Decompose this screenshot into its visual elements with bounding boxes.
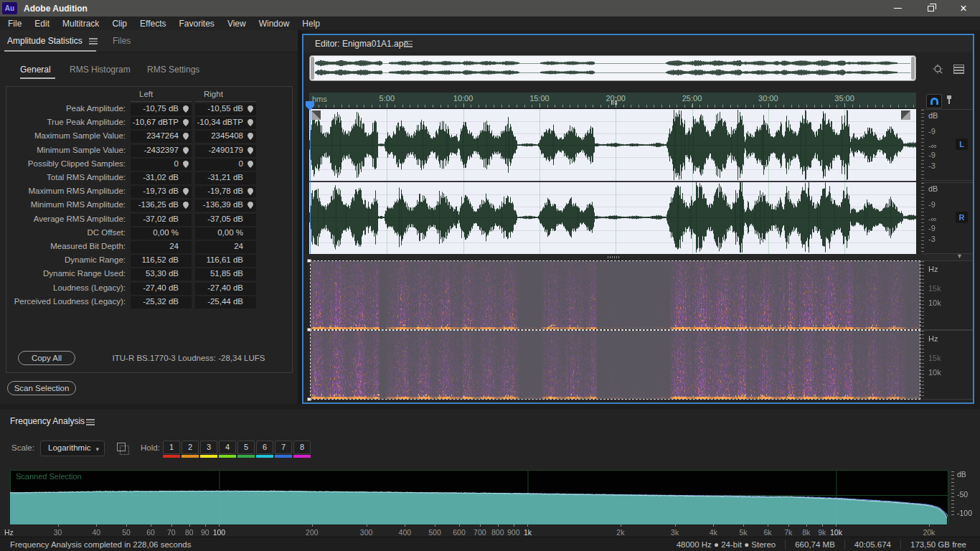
- restore-button[interactable]: [914, 0, 947, 17]
- frequency-panel-title[interactable]: Frequency Analysis: [10, 416, 85, 426]
- itu-loudness-value: ITU-R BS.1770-3 Loudness: -28,34 LUFS: [87, 354, 291, 362]
- amplitude-ruler-right[interactable]: R dB-9-∞-9-3: [921, 182, 973, 254]
- table-row: Maximum RMS Amplitude:-19,73 dB-19,78 dB: [6, 185, 292, 199]
- table-row: Dynamic Range:116,52 dB116,61 dB: [6, 254, 292, 268]
- waveform-canvas[interactable]: [309, 109, 916, 254]
- selection-handle-left[interactable]: [311, 110, 321, 120]
- x-tick-label: 50: [122, 528, 131, 537]
- spectral-selection-handle-top[interactable]: [307, 259, 311, 263]
- tab-amplitude-statistics[interactable]: Amplitude Statistics: [7, 36, 83, 46]
- waveform-display[interactable]: [309, 109, 916, 254]
- table-row: Measured Bit Depth:2424: [6, 240, 292, 254]
- hold-button-6[interactable]: 6: [256, 441, 273, 454]
- menu-item-multitrack[interactable]: Multitrack: [56, 19, 105, 29]
- selection-handle-right[interactable]: [901, 110, 910, 120]
- spectrogram-right[interactable]: [310, 330, 920, 400]
- hold-button-7[interactable]: 7: [275, 441, 292, 454]
- stat-label: Total RMS Amplitude:: [6, 173, 126, 182]
- x-tick-label: 9k: [818, 528, 826, 537]
- hold-color-bar: [293, 455, 311, 458]
- pin-icon[interactable]: [183, 147, 189, 154]
- subtab-general[interactable]: General: [20, 65, 51, 75]
- pin-icon[interactable]: [248, 188, 253, 195]
- frequency-ruler-right[interactable]: Hz15k10k: [921, 330, 973, 400]
- hold-button-4[interactable]: 4: [219, 441, 236, 454]
- close-button[interactable]: ×: [947, 0, 980, 17]
- app-logo-icon: Au: [2, 2, 17, 14]
- spectral-selection-handle-mid[interactable]: [307, 328, 311, 331]
- stat-value-right: 116,61 dB: [195, 255, 256, 267]
- subtab-rms-settings[interactable]: RMS Settings: [147, 65, 199, 75]
- amplitude-ruler-left[interactable]: L dB-9-∞-9-3: [921, 109, 973, 181]
- editor-title[interactable]: Editor: Enigma01A1.ape: [315, 39, 408, 49]
- ruler-label: dB: [928, 184, 938, 193]
- x-tick-label: 400: [399, 528, 412, 537]
- frequency-ruler-left[interactable]: Hz15k10k: [921, 260, 973, 330]
- timeline-ruler[interactable]: hms 5:0010:0015:0020:0025:0030:0035:0040: [309, 93, 916, 108]
- pin-icon[interactable]: [183, 105, 189, 113]
- scale-dropdown[interactable]: Logarithmic ▾: [40, 441, 105, 456]
- menu-item-favorites[interactable]: Favorites: [173, 19, 221, 29]
- x-tick-label: 200: [306, 528, 319, 537]
- menu-item-help[interactable]: Help: [296, 19, 326, 29]
- minimize-button[interactable]: [881, 0, 914, 17]
- hold-button-3[interactable]: 3: [200, 441, 217, 454]
- pin-icon[interactable]: [248, 202, 253, 209]
- x-tick-label: 100: [213, 528, 226, 537]
- subtab-rms-histogram[interactable]: RMS Histogram: [70, 65, 131, 75]
- hold-button-1[interactable]: 1: [163, 441, 180, 454]
- copy-all-button[interactable]: Copy All: [18, 351, 75, 365]
- editor-menu-icon[interactable]: [404, 41, 413, 47]
- spectrogram-left[interactable]: [310, 260, 920, 330]
- statistics-table: Left Right Peak Amplitude:-10,75 dB-10,5…: [6, 86, 293, 373]
- panel-menu-icon[interactable]: [89, 38, 98, 44]
- pin-icon[interactable]: [248, 105, 253, 113]
- view-splitter[interactable]: ▼: [303, 254, 973, 260]
- spectrogram-canvas-left[interactable]: [311, 261, 920, 329]
- menu-item-view[interactable]: View: [221, 19, 253, 29]
- spectrogram-canvas-right[interactable]: [311, 331, 920, 399]
- copy-graph-icon[interactable]: [117, 443, 126, 451]
- frequency-canvas[interactable]: [10, 470, 948, 524]
- pin-icon[interactable]: [183, 188, 189, 195]
- spectral-selection-handle-bottom[interactable]: [307, 397, 311, 401]
- right-channel-badge[interactable]: R: [956, 212, 968, 223]
- zoom-navigate-icon[interactable]: [932, 64, 944, 77]
- collapse-arrow-icon[interactable]: ▼: [956, 253, 963, 260]
- tab-files[interactable]: Files: [113, 36, 131, 46]
- overview-left-handle[interactable]: [311, 57, 314, 80]
- frequency-plot[interactable]: Scanned Selection: [10, 470, 948, 524]
- pin-icon[interactable]: [183, 133, 189, 140]
- stat-label: Possibly Clipped Samples:: [6, 159, 126, 168]
- menu-item-file[interactable]: File: [1, 19, 28, 29]
- hold-button-8[interactable]: 8: [293, 441, 311, 454]
- stat-value-right: -136,39 dB: [195, 199, 256, 212]
- snap-toggle[interactable]: [926, 94, 942, 108]
- splitter-grip[interactable]: [608, 256, 621, 258]
- overview-bar[interactable]: [309, 55, 916, 81]
- pin-icon[interactable]: [183, 202, 189, 209]
- pin-icon[interactable]: [183, 161, 189, 168]
- pin-icon[interactable]: [248, 161, 253, 168]
- menu-item-window[interactable]: Window: [253, 19, 296, 29]
- x-tick-label: 800: [491, 528, 504, 537]
- scan-selection-button[interactable]: Scan Selection: [7, 381, 76, 395]
- x-tick-label: 6k: [764, 528, 772, 537]
- pin-icon[interactable]: [248, 147, 253, 154]
- menu-item-effects[interactable]: Effects: [133, 19, 172, 29]
- overview-waveform[interactable]: [315, 57, 910, 80]
- pin-icon[interactable]: [248, 133, 253, 140]
- menu-item-clip[interactable]: Clip: [105, 19, 133, 29]
- frequency-panel-menu-icon[interactable]: [86, 419, 95, 425]
- pin-icon[interactable]: [183, 119, 189, 126]
- editor-list-icon[interactable]: [953, 65, 964, 74]
- overview-right-handle[interactable]: [911, 57, 915, 80]
- hold-button-5[interactable]: 5: [237, 441, 255, 454]
- left-channel-badge[interactable]: L: [956, 138, 968, 150]
- stat-label: DC Offset:: [6, 228, 126, 237]
- marker-pin-icon[interactable]: [948, 95, 950, 104]
- hold-button-2[interactable]: 2: [182, 441, 199, 454]
- column-header-left: Left: [139, 90, 153, 98]
- pin-icon[interactable]: [248, 119, 253, 126]
- menu-item-edit[interactable]: Edit: [28, 19, 56, 29]
